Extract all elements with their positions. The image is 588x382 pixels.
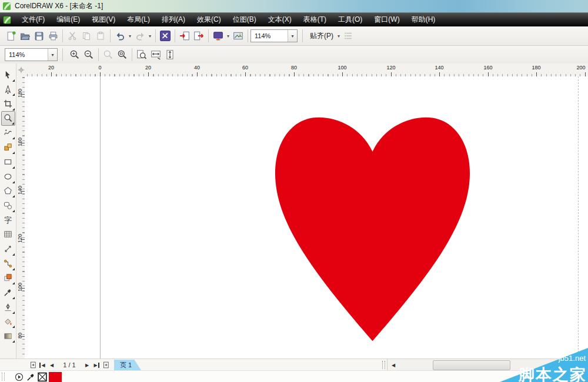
statusbar-grip[interactable] xyxy=(2,373,5,381)
zoom-to-selected-button[interactable] xyxy=(101,48,115,62)
welcome-screen-button[interactable] xyxy=(231,29,245,43)
add-page-after-button[interactable] xyxy=(101,360,111,370)
menu-view[interactable]: 视图(V) xyxy=(86,13,121,26)
add-page-before-button[interactable] xyxy=(28,360,38,370)
color-eyedropper-tool[interactable] xyxy=(1,285,15,300)
open-button[interactable] xyxy=(18,29,32,43)
canvas[interactable] xyxy=(25,76,588,358)
last-page-button[interactable]: ▶ xyxy=(92,360,101,370)
crop-tool[interactable] xyxy=(1,96,15,111)
heart-shape[interactable] xyxy=(273,115,472,344)
property-bar: 114% ▾ xyxy=(0,46,588,64)
paste-icon xyxy=(96,31,105,41)
outline-pen-tool[interactable] xyxy=(1,300,15,314)
undo-button[interactable] xyxy=(113,29,127,43)
zoom-levels-dropdown[interactable]: ▾ xyxy=(48,49,57,61)
zoom-in-button[interactable] xyxy=(68,48,82,62)
interactive-fill-tool[interactable] xyxy=(1,329,15,343)
vruler-label: 180 xyxy=(17,89,23,98)
search-content-button[interactable] xyxy=(158,29,172,43)
undo-dropdown[interactable]: ▾ xyxy=(127,33,133,39)
application-launcher-dropdown[interactable]: ▾ xyxy=(225,33,231,39)
zoom-tool[interactable] xyxy=(1,111,15,126)
menu-help[interactable]: 帮助(H) xyxy=(406,13,442,26)
hruler-label: 100 xyxy=(338,65,346,71)
previous-page-button[interactable]: ◀ xyxy=(47,360,56,370)
parallel-dimension-tool[interactable] xyxy=(1,242,15,256)
application-launcher-button[interactable] xyxy=(211,29,225,43)
hruler-label: 40 xyxy=(194,65,200,71)
freehand-tool[interactable] xyxy=(1,126,15,140)
rectangle-tool[interactable] xyxy=(1,155,15,169)
eyedropper-icon xyxy=(26,373,35,381)
menu-layout[interactable]: 布局(L) xyxy=(121,13,156,26)
color-eyedropper-status-button[interactable] xyxy=(25,371,36,382)
menu-window[interactable]: 窗口(W) xyxy=(368,13,405,26)
paste-button[interactable] xyxy=(93,29,108,43)
scrollbar-thumb[interactable] xyxy=(433,360,510,370)
cut-button[interactable] xyxy=(65,29,79,43)
horizontal-ruler[interactable]: 20 0 20 40 60 80 100 120 140 160 180 200 xyxy=(26,63,588,77)
next-page-button[interactable]: ▶ xyxy=(82,360,92,370)
copy-button[interactable] xyxy=(79,29,93,43)
zoom-level-dropdown[interactable]: ▾ xyxy=(288,30,297,42)
redo-dropdown[interactable]: ▾ xyxy=(147,33,153,39)
menu-edit[interactable]: 编辑(E) xyxy=(51,13,86,26)
pane-splitter-handle[interactable] xyxy=(382,361,385,369)
options-button[interactable] xyxy=(342,29,356,43)
menu-arrange[interactable]: 排列(A) xyxy=(156,13,191,26)
smart-fill-tool[interactable] xyxy=(1,140,15,155)
ruler-origin-corner[interactable] xyxy=(16,63,26,77)
zoom-in-icon xyxy=(69,49,80,60)
snap-to-button[interactable]: 贴齐(P) xyxy=(308,29,336,42)
menu-effects[interactable]: 效果(C) xyxy=(191,13,227,26)
save-button[interactable] xyxy=(32,29,46,43)
menu-file[interactable]: 文件(F) xyxy=(16,13,51,26)
hruler-label: 200 xyxy=(576,65,585,71)
menu-text[interactable]: 文本(X) xyxy=(262,13,298,26)
no-outline-indicator[interactable] xyxy=(36,371,48,382)
menu-bitmaps[interactable]: 位图(B) xyxy=(227,13,262,26)
export-button[interactable] xyxy=(192,29,206,43)
print-button[interactable] xyxy=(46,29,60,43)
freehand-tool-icon xyxy=(4,129,12,138)
straight-line-connector-tool[interactable] xyxy=(1,256,15,271)
shape-tool[interactable] xyxy=(1,82,15,97)
fill-color-swatch[interactable] xyxy=(48,371,62,382)
watermark-name: 脚本之家 xyxy=(519,364,587,382)
redo-icon xyxy=(135,31,145,41)
fill-tool[interactable] xyxy=(1,314,15,329)
scroll-left-arrow[interactable]: ◀ xyxy=(389,360,398,370)
table-tool-icon xyxy=(4,230,12,239)
page-tab[interactable]: 页 1 xyxy=(114,360,141,371)
new-document-button[interactable] xyxy=(4,29,18,43)
zoom-level-combobox[interactable]: 114% ▾ xyxy=(250,29,298,42)
heart-path xyxy=(275,118,470,341)
toolbox: 字 xyxy=(0,63,16,358)
first-page-button[interactable]: ◀ xyxy=(38,360,47,370)
ellipse-tool[interactable] xyxy=(1,169,15,184)
table-tool[interactable] xyxy=(1,227,15,242)
menu-bar: 文件(F) 编辑(E) 视图(V) 布局(L) 排列(A) 效果(C) 位图(B… xyxy=(0,13,588,26)
menu-table[interactable]: 表格(T) xyxy=(298,13,332,26)
play-macro-button[interactable] xyxy=(13,371,25,382)
text-tool[interactable]: 字 xyxy=(1,213,15,227)
zoom-to-all-button[interactable] xyxy=(115,48,129,62)
snap-to-dropdown[interactable]: ▾ xyxy=(336,33,342,39)
import-button[interactable] xyxy=(178,29,192,43)
zoom-to-page-button[interactable] xyxy=(135,48,149,62)
basic-shapes-tool[interactable] xyxy=(1,198,15,213)
zoom-to-page-width-button[interactable] xyxy=(149,48,163,62)
blend-tool[interactable] xyxy=(1,271,15,286)
pick-tool[interactable] xyxy=(1,68,15,82)
zoom-out-button[interactable] xyxy=(82,48,96,62)
redo-button[interactable] xyxy=(133,29,147,43)
zoom-levels-combobox[interactable]: 114% ▾ xyxy=(5,48,58,61)
vertical-ruler[interactable]: 180 160 140 120 100 80 xyxy=(16,76,25,358)
options-icon xyxy=(344,31,353,41)
polygon-tool[interactable] xyxy=(1,184,15,199)
snap-to-label: 贴齐(P) xyxy=(310,31,333,41)
zoom-to-all-icon xyxy=(117,49,128,60)
menu-tools[interactable]: 工具(O) xyxy=(332,13,368,26)
zoom-to-page-height-button[interactable] xyxy=(163,48,177,62)
